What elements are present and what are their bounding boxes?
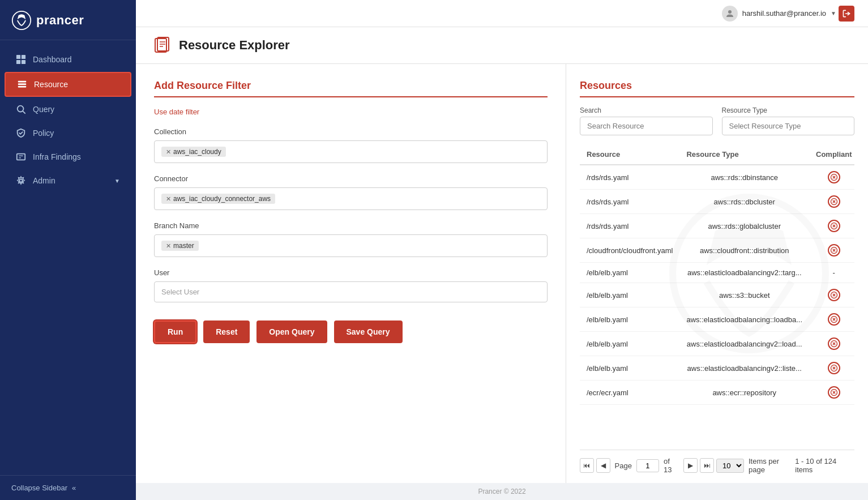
table-row[interactable]: /elb/elb.yamlaws::elasticloadbalancingv2…	[580, 356, 854, 381]
branch-input[interactable]: ✕ master	[154, 234, 548, 257]
table-row[interactable]: /elb/elb.yamlaws::s3::bucket	[580, 283, 854, 307]
resource-cell: /elb/elb.yaml	[580, 283, 679, 307]
connector-tag: ✕ aws_iac_cloudy_connector_aws	[161, 194, 275, 204]
footer: Prancer © 2022	[136, 483, 868, 500]
table-row[interactable]: /rds/rds.yamlaws::rds::globalcluster	[580, 214, 854, 238]
compliant-cell	[809, 190, 854, 214]
resource-icon	[17, 79, 27, 89]
non-compliant-badge	[828, 313, 840, 326]
resource-type-input[interactable]	[722, 117, 855, 135]
non-compliant-icon	[816, 195, 852, 208]
resource-type-cell: aws::rds::dbcluster	[679, 190, 809, 214]
table-row[interactable]: /cloudfront/cloudfront.yamlaws::cloudfro…	[580, 238, 854, 263]
open-query-button[interactable]: Open Query	[256, 320, 327, 343]
prancer-logo-icon	[11, 10, 32, 31]
resource-cell: /rds/rds.yaml	[580, 214, 679, 238]
sidebar-item-infra-findings[interactable]: Infra Findings	[5, 146, 131, 168]
items-per-page-select[interactable]: 10 25 50	[716, 459, 744, 473]
table-row[interactable]: /elb/elb.yamlaws::elasticloadbalancingv2…	[580, 332, 854, 356]
user-email: harshil.suthar@prancer.io	[742, 9, 826, 18]
items-per-page-label: Items per page	[749, 457, 795, 474]
connector-input[interactable]: ✕ aws_iac_cloudy_connector_aws	[154, 187, 548, 210]
resource-type-cell: aws::rds::dbinstance	[679, 165, 809, 190]
sidebar-item-resource[interactable]: Resource	[5, 72, 131, 97]
page-title: Resource Explorer	[179, 38, 290, 53]
next-page-button[interactable]: ▶	[683, 458, 698, 473]
svg-rect-2	[22, 55, 25, 59]
dashboard-icon	[16, 54, 26, 65]
table-body: /rds/rds.yamlaws::rds::dbinstance/rds/rd…	[580, 165, 854, 405]
connector-label: Connector	[154, 174, 548, 183]
compliant-cell	[809, 356, 854, 381]
pagination-nav: ⏮ ◀ Page of 13 ▶ ⏭ 10 25 50 Items per pa…	[580, 457, 795, 474]
admin-arrow-icon: ▼	[114, 178, 120, 184]
compliant-cell	[809, 214, 854, 238]
table-row[interactable]: /ecr/ecr.yamlaws::ecr::repository	[580, 381, 854, 405]
sidebar-item-admin-label: Admin	[33, 176, 55, 185]
col-resource: Resource	[580, 144, 679, 165]
reset-button[interactable]: Reset	[203, 320, 250, 343]
sidebar-item-query[interactable]: Query	[5, 98, 131, 121]
non-compliant-badge	[828, 386, 840, 399]
resource-cell: /elb/elb.yaml	[580, 356, 679, 381]
resource-explorer-icon	[154, 36, 172, 54]
collection-tag-remove[interactable]: ✕	[166, 148, 171, 156]
resource-type-cell: aws::rds::globalcluster	[679, 214, 809, 238]
logo-text: prancer	[36, 13, 84, 28]
last-page-button[interactable]: ⏭	[700, 458, 714, 473]
non-compliant-icon	[816, 220, 852, 232]
policy-icon	[16, 128, 26, 138]
page-input[interactable]	[636, 459, 659, 472]
branch-tag-remove[interactable]: ✕	[166, 242, 171, 250]
main-content: harshil.suthar@prancer.io ▼ Resource Exp…	[136, 0, 868, 500]
connector-tag-remove[interactable]: ✕	[166, 195, 171, 203]
compliant-cell	[809, 332, 854, 356]
logout-button[interactable]	[839, 6, 854, 22]
sidebar-item-admin[interactable]: Admin ▼	[5, 169, 131, 192]
user-info[interactable]: harshil.suthar@prancer.io ▼	[722, 6, 836, 22]
svg-rect-3	[16, 60, 20, 64]
user-select[interactable]: Select User	[154, 281, 548, 302]
sidebar-item-policy-label: Policy	[33, 129, 54, 138]
header: harshil.suthar@prancer.io ▼	[136, 0, 868, 27]
table-row[interactable]: /rds/rds.yamlaws::rds::dbcluster	[580, 190, 854, 214]
non-compliant-badge	[828, 244, 840, 257]
branch-tag: ✕ master	[161, 241, 199, 251]
resources-filters: Search Resource Type	[580, 106, 854, 135]
col-resource-type: Resource Type	[679, 144, 809, 165]
filter-panel: Add Resource Filter Use date filter Coll…	[136, 64, 566, 483]
sidebar-collapse-button[interactable]: Collapse Sidebar «	[0, 475, 136, 500]
run-button[interactable]: Run	[154, 320, 196, 343]
non-compliant-icon	[816, 386, 852, 399]
table-row[interactable]: /elb/elb.yamlaws::elasticloadbalancingv2…	[580, 263, 854, 283]
non-compliant-badge	[828, 337, 840, 350]
page-label: Page	[615, 461, 632, 470]
items-count: 1 - 10 of 124 items	[795, 457, 854, 474]
collection-group: Collection ✕ aws_iac_cloudy	[154, 127, 548, 163]
col-compliant: Compliant	[809, 144, 854, 165]
sidebar-item-dashboard[interactable]: Dashboard	[5, 48, 131, 71]
user-avatar	[722, 6, 738, 22]
table-row[interactable]: /elb/elb.yamlaws::elasticloadbalancing::…	[580, 307, 854, 332]
first-page-button[interactable]: ⏮	[580, 458, 594, 473]
svg-point-12	[19, 179, 22, 182]
table-row[interactable]: /rds/rds.yamlaws::rds::dbinstance	[580, 165, 854, 190]
svg-rect-7	[18, 86, 26, 88]
date-filter-link[interactable]: Use date filter	[154, 108, 199, 116]
user-label: User	[154, 268, 548, 277]
collection-tag-value: aws_iac_cloudy	[173, 148, 221, 156]
sidebar-item-policy[interactable]: Policy	[5, 122, 131, 144]
connector-tag-value: aws_iac_cloudy_connector_aws	[173, 195, 271, 203]
resource-type-cell: aws::elasticloadbalancing::loadba...	[679, 307, 809, 332]
collection-input[interactable]: ✕ aws_iac_cloudy	[154, 140, 548, 163]
query-icon	[16, 104, 26, 114]
search-input[interactable]	[580, 117, 713, 135]
sidebar-item-resource-label: Resource	[34, 80, 68, 89]
non-compliant-icon	[816, 362, 852, 374]
branch-label: Branch Name	[154, 221, 548, 230]
non-compliant-icon	[816, 337, 852, 350]
non-compliant-icon	[816, 313, 852, 326]
save-query-button[interactable]: Save Query	[334, 320, 403, 343]
prev-page-button[interactable]: ◀	[596, 458, 610, 473]
user-dropdown-icon: ▼	[831, 10, 836, 16]
